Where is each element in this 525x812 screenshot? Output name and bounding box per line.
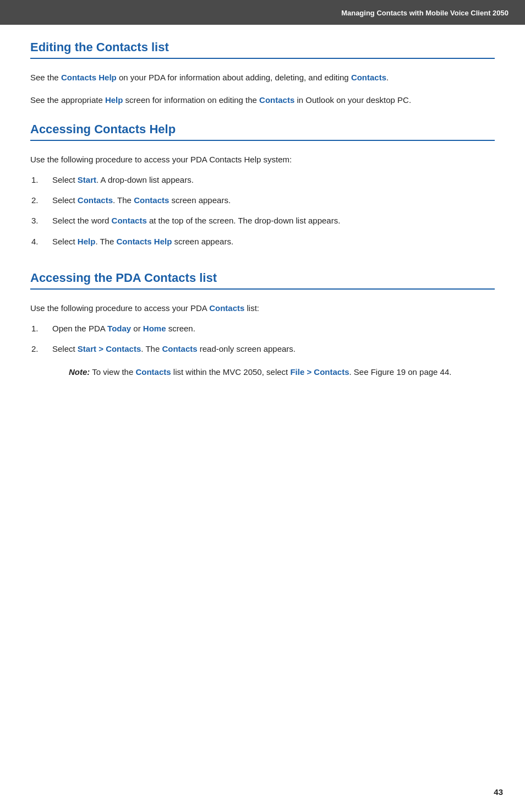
step1-start-link: Start xyxy=(78,175,96,184)
step3-contacts-link: Contacts xyxy=(112,216,147,225)
section1-para1-suffix: . xyxy=(386,73,389,82)
s3step1-today-link: Today xyxy=(107,324,131,333)
section2-intro: Use the following procedure to access yo… xyxy=(30,153,495,166)
section1-heading: Editing the Contacts list xyxy=(30,40,495,59)
note-contacts-link: Contacts xyxy=(135,367,171,377)
s3step1-suffix: screen. xyxy=(166,324,195,333)
section1-para2-mid: screen for information on editing the xyxy=(123,95,259,105)
step2-contacts-link2: Contacts xyxy=(134,195,169,205)
s3step2-prefix: Select xyxy=(52,344,78,353)
step4-contacts-help-link: Contacts Help xyxy=(116,237,172,246)
s3step1-mid: or xyxy=(131,324,143,333)
step3-prefix: Select the word xyxy=(52,216,112,225)
section3-intro: Use the following procedure to access yo… xyxy=(30,302,495,314)
step1-prefix: Select xyxy=(52,175,78,184)
section3-heading: Accessing the PDA Contacts list xyxy=(30,271,495,290)
step4-mid: . The xyxy=(95,237,116,246)
note-suffix: . See Figure 19 on page 44. xyxy=(349,367,452,377)
step4-prefix: Select xyxy=(52,237,78,246)
step1-suffix: . A drop-down list appears. xyxy=(96,175,194,184)
section3-step2: Select Start > Contacts. The Contacts re… xyxy=(47,342,495,378)
s3step2-contacts-link: Contacts xyxy=(162,344,197,353)
section2-step1: Select Start. A drop-down list appears. xyxy=(47,173,495,186)
section1-contacts-link1: Contacts xyxy=(351,73,386,82)
section1-para2: See the appropriate Help screen for info… xyxy=(30,94,495,106)
section1-contacts-link2: Contacts xyxy=(259,95,294,105)
note-mid: list within the MVC 2050, select xyxy=(171,367,291,377)
step2-suffix: screen appears. xyxy=(169,195,231,205)
section1-para1: See the Contacts Help on your PDA for in… xyxy=(30,71,495,84)
step4-suffix: screen appears. xyxy=(172,237,233,246)
header-bar: Managing Contacts with Mobile Voice Clie… xyxy=(0,0,525,25)
s3step1-prefix: Open the PDA xyxy=(52,324,107,333)
section2-step2: Select Contacts. The Contacts screen app… xyxy=(47,194,495,206)
note-prefix: To view the xyxy=(90,367,135,377)
section3-steps: Open the PDA Today or Home screen. Selec… xyxy=(47,322,495,378)
section1-help-link: Help xyxy=(105,95,123,105)
s3step2-mid: . The xyxy=(141,344,162,353)
s3step2-suffix: read-only screen appears. xyxy=(198,344,296,353)
s3step2-startcontacts-link: Start > Contacts xyxy=(78,344,141,353)
step4-help-link: Help xyxy=(78,237,96,246)
section1-para2-prefix: See the appropriate xyxy=(30,95,105,105)
step3-suffix: at the top of the screen. The drop-down … xyxy=(147,216,341,225)
step2-contacts-link1: Contacts xyxy=(78,195,113,205)
page-number: 43 xyxy=(494,787,503,797)
section3-intro-prefix: Use the following procedure to access yo… xyxy=(30,303,209,313)
main-content: Editing the Contacts list See the Contac… xyxy=(0,25,525,430)
step2-mid: . The xyxy=(113,195,134,205)
section1-para2-suffix: in Outlook on your desktop PC. xyxy=(294,95,411,105)
section1-para1-prefix: See the xyxy=(30,73,61,82)
section3-intro-suffix: list: xyxy=(244,303,259,313)
s3step1-home-link: Home xyxy=(143,324,166,333)
section2-step3: Select the word Contacts at the top of t… xyxy=(47,214,495,227)
section3-note: Note: To view the Contacts list within t… xyxy=(69,366,495,378)
header-title: Managing Contacts with Mobile Voice Clie… xyxy=(341,9,508,17)
section1-para1-mid: on your PDA for information about adding… xyxy=(117,73,351,82)
section2-heading: Accessing Contacts Help xyxy=(30,122,495,141)
step2-prefix: Select xyxy=(52,195,78,205)
section2-step4: Select Help. The Contacts Help screen ap… xyxy=(47,235,495,248)
section3-step1: Open the PDA Today or Home screen. xyxy=(47,322,495,335)
note-label: Note: xyxy=(69,367,90,377)
section3-contacts-link: Contacts xyxy=(209,303,244,313)
section2-steps: Select Start. A drop-down list appears. … xyxy=(47,173,495,248)
note-file-contacts-link: File > Contacts xyxy=(290,367,349,377)
section1-contacts-help-link: Contacts Help xyxy=(61,73,117,82)
